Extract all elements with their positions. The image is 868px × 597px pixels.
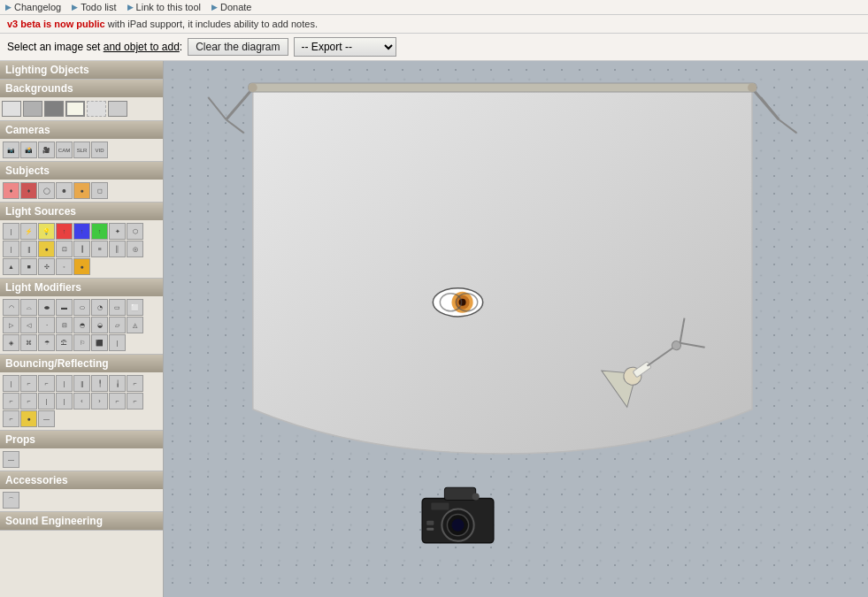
br-icon-5[interactable]: ‖ [73, 375, 90, 392]
br-icon-2[interactable]: ⌐ [20, 375, 37, 392]
donate-link[interactable]: Donate [211, 2, 251, 12]
lm-icon-22[interactable]: ⬛ [91, 334, 108, 351]
lm-icon-4[interactable]: ▬ [56, 299, 73, 316]
ls-icon-20[interactable]: ◦ [56, 258, 73, 275]
ls-icon-2[interactable]: ⚡ [20, 223, 37, 240]
ls-icon-21[interactable]: ● [73, 258, 90, 275]
bg-swatch-darkgray[interactable] [44, 101, 64, 117]
lm-icon-3[interactable]: ⬬ [38, 299, 55, 316]
br-icon-11[interactable]: | [38, 393, 55, 409]
ls-icon-6[interactable]: ↑ [91, 223, 108, 240]
link-to-tool-link[interactable]: Link to this tool [127, 2, 201, 12]
lm-icon-16[interactable]: ◬ [127, 317, 143, 333]
todo-link[interactable]: Todo list [72, 2, 116, 12]
lm-icon-17[interactable]: ◈ [3, 334, 19, 351]
section-lighting-objects-title[interactable]: Lighting Objects [0, 61, 163, 79]
section-cameras-title[interactable]: Cameras [0, 121, 163, 139]
br-icon-12[interactable]: | [56, 393, 73, 409]
br-icon-15[interactable]: ⌐ [109, 393, 126, 409]
section-subjects-title[interactable]: Subjects [0, 162, 163, 180]
canvas-area[interactable] [164, 61, 868, 597]
br-icon-14[interactable]: › [91, 393, 108, 409]
lm-icon-15[interactable]: ▱ [109, 317, 126, 333]
section-sound-title[interactable]: Sound Engineering [0, 512, 163, 530]
br-icon-1[interactable]: | [3, 375, 19, 392]
ls-icon-17[interactable]: ▲ [3, 258, 19, 275]
ls-icon-1[interactable]: | [3, 223, 19, 240]
props-icon-1[interactable]: — [3, 451, 19, 468]
ls-icon-3[interactable]: 💡 [38, 223, 55, 240]
subject-icon-1[interactable]: ♦ [3, 182, 19, 199]
section-light-sources-title[interactable]: Light Sources [0, 203, 163, 220]
bg-swatch-2[interactable] [87, 101, 106, 117]
lm-icon-18[interactable]: ⌘ [20, 334, 37, 351]
camera-icon-5[interactable]: SLR [73, 142, 90, 158]
lm-icon-21[interactable]: ⚐ [73, 334, 90, 351]
ls-icon-4[interactable]: ↑ [56, 223, 73, 240]
subject-icon-6[interactable]: ◻ [91, 182, 108, 199]
bg-swatch-3[interactable] [108, 101, 127, 117]
lm-icon-2[interactable]: ⌓ [20, 299, 37, 316]
subject-element[interactable] [433, 288, 482, 317]
lm-icon-10[interactable]: ◁ [20, 317, 37, 333]
subject-icon-4[interactable]: ☻ [56, 182, 73, 199]
lm-icon-14[interactable]: ◒ [91, 317, 108, 333]
backdrop-paper[interactable] [253, 88, 752, 454]
ls-icon-14[interactable]: ≡ [91, 241, 108, 257]
subject-icon-2[interactable]: ♦ [20, 182, 37, 199]
ls-icon-7[interactable]: ✦ [109, 223, 126, 240]
bg-swatch-white[interactable] [2, 101, 21, 117]
bg-swatch-paper[interactable] [65, 101, 85, 117]
section-accessories-title[interactable]: Accessories [0, 471, 163, 489]
ls-icon-16[interactable]: ◎ [127, 241, 143, 257]
section-light-modifiers-title[interactable]: Light Modifiers [0, 279, 163, 296]
ls-icon-13[interactable]: ┃ [73, 241, 90, 257]
lm-icon-5[interactable]: ⬭ [73, 299, 90, 316]
lm-icon-11[interactable]: ⬝ [38, 317, 55, 333]
camera-icon-3[interactable]: 🎥 [38, 142, 55, 158]
lm-icon-8[interactable]: ⬜ [127, 299, 143, 316]
ls-icon-10[interactable]: ‖ [20, 241, 37, 257]
lm-icon-12[interactable]: ⊟ [56, 317, 73, 333]
lm-icon-19[interactable]: ☂ [38, 334, 55, 351]
br-icon-19[interactable]: — [38, 410, 55, 427]
ls-icon-11[interactable]: ● [38, 241, 55, 257]
br-icon-3[interactable]: ⌐ [38, 375, 55, 392]
br-icon-17[interactable]: ⌐ [3, 410, 19, 427]
ls-icon-8[interactable]: ⬡ [127, 223, 143, 240]
camera-icon-6[interactable]: VID [91, 142, 108, 158]
clear-diagram-button[interactable]: Clear the diagram [188, 38, 288, 56]
camera-icon-1[interactable]: 📷 [3, 142, 19, 158]
lm-icon-20[interactable]: ⛱ [56, 334, 73, 351]
br-icon-6[interactable]: ╿ [91, 375, 108, 392]
changelog-link[interactable]: Changelog [5, 2, 61, 12]
section-props-title[interactable]: Props [0, 431, 163, 448]
lm-icon-7[interactable]: ▭ [109, 299, 126, 316]
lm-icon-13[interactable]: ◓ [73, 317, 90, 333]
section-backgrounds-title[interactable]: Backgrounds [0, 80, 163, 97]
br-icon-10[interactable]: ⌐ [20, 393, 37, 409]
lm-icon-6[interactable]: ◔ [91, 299, 108, 316]
camera-icon-2[interactable]: 📸 [20, 142, 37, 158]
br-icon-8[interactable]: ⌐ [127, 375, 143, 392]
ls-icon-9[interactable]: | [3, 241, 19, 257]
lm-icon-9[interactable]: ▷ [3, 317, 19, 333]
ls-icon-19[interactable]: ✣ [38, 258, 55, 275]
ls-icon-15[interactable]: ║ [109, 241, 126, 257]
lm-icon-23[interactable]: | [109, 334, 126, 351]
export-select[interactable]: -- Export -- Export as JPEG Save URL [294, 37, 396, 57]
subject-icon-3[interactable]: ◯ [38, 182, 55, 199]
br-icon-16[interactable]: ⌐ [127, 393, 143, 409]
br-icon-9[interactable]: ⌐ [3, 393, 19, 409]
acc-icon-1[interactable]: ⌒ [3, 492, 19, 509]
camera-icon-4[interactable]: CAM [56, 142, 73, 158]
ls-icon-18[interactable]: ■ [20, 258, 37, 275]
ls-icon-5[interactable]: ↑ [73, 223, 90, 240]
br-icon-18[interactable]: ● [20, 410, 37, 427]
section-bouncing-title[interactable]: Bouncing/Reflecting [0, 355, 163, 372]
br-icon-4[interactable]: | [56, 375, 73, 392]
studio-canvas[interactable] [164, 61, 868, 597]
lm-icon-1[interactable]: ◠ [3, 299, 19, 316]
subject-icon-5[interactable]: ● [73, 182, 90, 199]
bg-swatch-gray[interactable] [23, 101, 42, 117]
